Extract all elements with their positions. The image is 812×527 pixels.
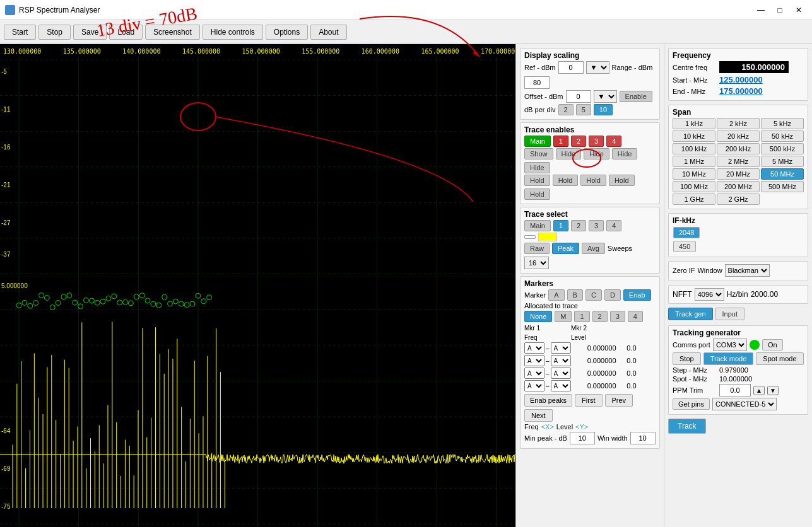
span-200khz[interactable]: 200 kHz <box>717 143 760 154</box>
mkr1-row3-select[interactable]: A <box>524 368 544 379</box>
trace-1-hide[interactable]: Hide <box>556 148 582 159</box>
trace-select-2[interactable]: 2 <box>571 220 586 231</box>
marker-b-btn[interactable]: B <box>567 289 583 301</box>
hide-controls-button[interactable]: Hide controls <box>203 25 263 40</box>
span-100mhz[interactable]: 100 MHz <box>673 181 715 192</box>
sweeps-select[interactable]: 164832 <box>524 257 549 269</box>
ref-dbm-input[interactable] <box>558 61 584 74</box>
trace-main-enable[interactable]: Main <box>524 136 551 147</box>
trace-2-hide[interactable]: Hide <box>584 148 609 159</box>
mkr2-row2-select[interactable]: A <box>551 355 571 366</box>
mkr1-row4-select[interactable]: A <box>524 380 544 391</box>
input-tab[interactable]: Input <box>715 308 744 320</box>
stop-button[interactable]: Stop <box>38 25 71 40</box>
alloc-m[interactable]: M <box>555 311 572 322</box>
avg-button[interactable]: Avg <box>582 243 605 254</box>
get-pins-button[interactable]: Get pins <box>673 398 710 410</box>
mkr1-row2-select[interactable]: A <box>524 355 544 366</box>
alloc-none[interactable]: None <box>524 311 552 322</box>
mkr2-row3-select[interactable]: A <box>551 368 571 379</box>
span-20khz[interactable]: 20 kHz <box>717 130 760 142</box>
trace-select-3[interactable]: 3 <box>589 220 604 231</box>
close-button[interactable]: ✕ <box>791 4 807 16</box>
screenshot-button[interactable]: Screenshot <box>145 25 200 40</box>
trace-3-hold[interactable]: Hold <box>609 175 635 186</box>
tgen-stop-button[interactable]: Stop <box>673 352 701 365</box>
span-20mhz[interactable]: 20 MHz <box>717 168 760 180</box>
maximize-button[interactable]: □ <box>772 4 788 16</box>
trace-main-hold[interactable]: Hold <box>524 175 550 186</box>
span-500khz[interactable]: 500 kHz <box>761 143 804 154</box>
load-button[interactable]: Load <box>109 25 143 40</box>
min-peak-db-input[interactable] <box>570 432 595 444</box>
prev-button[interactable]: Prev <box>605 394 633 407</box>
span-5khz[interactable]: 5 kHz <box>761 118 804 129</box>
options-button[interactable]: Options <box>266 25 308 40</box>
mkr1-row1-select[interactable]: A <box>524 342 544 354</box>
span-10mhz[interactable]: 10 MHz <box>673 168 715 180</box>
trace-4-enable[interactable]: 4 <box>606 136 621 147</box>
if-450-btn[interactable]: 450 <box>673 241 696 252</box>
span-2mhz[interactable]: 2 MHz <box>717 156 760 167</box>
first-button[interactable]: First <box>575 394 602 407</box>
trace-1-enable[interactable]: 1 <box>553 136 568 147</box>
span-2ghz[interactable]: 2 GHz <box>717 194 760 205</box>
mkr2-row1-select[interactable]: A <box>551 342 571 354</box>
ref-dbm-select[interactable]: ▼ <box>586 61 609 74</box>
track-gen-tab[interactable]: Track gen <box>668 308 713 320</box>
next-button[interactable]: Next <box>524 409 553 422</box>
win-width-input[interactable] <box>630 432 656 444</box>
enab-peaks-button[interactable]: Enab peaks <box>524 394 572 407</box>
alloc-2[interactable]: 2 <box>592 311 608 322</box>
span-200mhz[interactable]: 200 MHz <box>717 181 760 192</box>
start-mhz-value[interactable]: 125.000000 <box>719 75 763 84</box>
offset-dbm-input[interactable] <box>566 90 591 103</box>
range-dbm-input[interactable] <box>524 76 550 89</box>
start-button[interactable]: Start <box>4 25 36 40</box>
span-5mhz[interactable]: 5 MHz <box>761 156 804 167</box>
trace-main-show[interactable]: Show <box>524 148 553 159</box>
db-5-button[interactable]: 5 <box>576 104 591 115</box>
span-1khz[interactable]: 1 kHz <box>673 118 715 129</box>
trace-select-main[interactable]: Main <box>524 220 551 231</box>
span-100khz[interactable]: 100 kHz <box>673 143 715 154</box>
track-button[interactable]: Track <box>668 419 706 434</box>
span-1ghz[interactable]: 1 GHz <box>673 194 715 205</box>
trace-1-hold[interactable]: Hold <box>553 175 579 186</box>
trace-2-hold[interactable]: Hold <box>580 175 606 186</box>
enab-button[interactable]: Enab <box>623 289 651 301</box>
db-10-button[interactable]: 10 <box>594 104 613 115</box>
comms-port-select[interactable]: COM3COM1COM2 <box>713 339 747 351</box>
span-50mhz[interactable]: 50 MHz <box>761 168 804 180</box>
spot-mode-button[interactable]: Spot mode <box>756 352 803 365</box>
window-select[interactable]: BlackmanHanningHamming <box>725 264 770 277</box>
nfft-select[interactable]: 409620488192 <box>695 288 724 301</box>
peak-button[interactable]: Peak <box>552 243 579 254</box>
offset-dbm-select[interactable]: ▼ <box>594 90 617 103</box>
trace-select-4[interactable]: 4 <box>606 220 621 231</box>
raw-button[interactable]: Raw <box>524 243 550 254</box>
trace-4-hold[interactable]: Hold <box>524 188 550 200</box>
marker-d-btn[interactable]: D <box>604 289 621 301</box>
alloc-4[interactable]: 4 <box>628 311 643 322</box>
trace-4-hide[interactable]: Hide <box>524 162 550 173</box>
end-mhz-value[interactable]: 175.000000 <box>719 86 763 96</box>
about-button[interactable]: About <box>310 25 346 40</box>
on-button[interactable]: On <box>762 339 783 350</box>
ppm-trim-up[interactable]: ▲ <box>753 386 765 395</box>
db-2-button[interactable]: 2 <box>558 104 574 115</box>
mkr2-row4-select[interactable]: A <box>551 380 571 391</box>
alloc-3[interactable]: 3 <box>610 311 625 322</box>
marker-c-btn[interactable]: C <box>585 289 602 301</box>
trace-2-enable[interactable]: 2 <box>571 136 586 147</box>
ppm-trim-input[interactable] <box>719 384 751 397</box>
centre-freq-value[interactable]: 150.000000 <box>719 61 789 73</box>
alloc-1[interactable]: 1 <box>574 311 589 322</box>
span-10khz[interactable]: 10 kHz <box>673 130 715 142</box>
span-500mhz[interactable]: 500 MHz <box>761 181 804 192</box>
track-mode-button[interactable]: Track mode <box>703 352 754 365</box>
trace-3-hide[interactable]: Hide <box>612 148 638 159</box>
ppm-trim-down[interactable]: ▼ <box>767 386 779 395</box>
trace-select-1[interactable]: 1 <box>553 220 568 231</box>
span-1mhz[interactable]: 1 MHz <box>673 156 715 167</box>
